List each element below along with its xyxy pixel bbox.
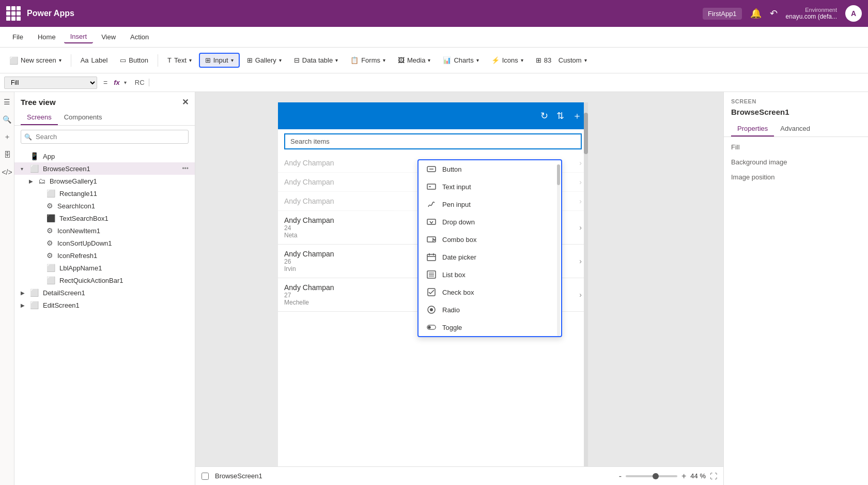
tree-item-detail-screen[interactable]: ▶ ⬜ DetailScreen1 — [14, 286, 195, 299]
input-dropdown-menu: Button Text input Pen input — [417, 159, 562, 337]
datatable-icon: ⊟ — [294, 56, 300, 64]
formula-eq: = — [101, 79, 110, 87]
nav-search-icon[interactable]: 🔍 — [2, 114, 13, 125]
dropdown-item-list-box[interactable]: List box — [419, 266, 561, 283]
dropdown-item-check-box[interactable]: Check box — [419, 283, 561, 301]
dropdown-item-button[interactable]: Button — [419, 160, 561, 178]
canvas-scrollbar-thumb[interactable] — [584, 113, 588, 154]
media-button[interactable]: 🖼 Media ▾ — [393, 54, 436, 67]
tree-item-rect11[interactable]: ⬜ Rectangle11 — [14, 187, 195, 200]
expand-browse-screen[interactable]: ▾ — [21, 166, 28, 172]
zoom-expand-button[interactable]: ⛶ — [710, 472, 717, 480]
browse-screen-dots[interactable]: ••• — [182, 165, 189, 172]
dropdown-item-text-input[interactable]: Text input — [419, 178, 561, 195]
tree-item-iconrefresh1[interactable]: ⚙ IconRefresh1 — [14, 249, 195, 262]
dropdown-scrollbar[interactable] — [557, 162, 560, 334]
input-caret: ▾ — [231, 57, 234, 63]
tree-view-close-button[interactable]: ✕ — [182, 97, 189, 107]
expand-gallery[interactable]: ▶ — [29, 178, 36, 184]
app-grid-icon[interactable] — [6, 6, 21, 21]
toolbar: ⬜ New screen ▾ Aa Label ▭ Button T Text … — [0, 48, 868, 73]
dropdown-item-radio[interactable]: Radio — [419, 301, 561, 319]
menu-home[interactable]: Home — [32, 31, 62, 43]
datatable-button[interactable]: ⊟ Data table ▾ — [289, 54, 343, 67]
zoom-slider-thumb[interactable] — [653, 473, 659, 479]
menu-file[interactable]: File — [6, 31, 29, 43]
dropdown-item-combo-box[interactable]: Combo box — [419, 231, 561, 248]
dropdown-item-date-picker[interactable]: Date picker — [419, 248, 561, 266]
zoom-slider[interactable] — [626, 475, 677, 477]
tree-item-rectquickactionbar1[interactable]: ⬜ RectQuickActionBar1 — [14, 274, 195, 286]
input-button[interactable]: ⊞ Input ▾ — [199, 53, 240, 68]
formula-expand-caret[interactable]: ▾ — [124, 80, 127, 85]
charts-caret: ▾ — [476, 57, 479, 63]
canvas-search-bar[interactable]: Search items — [284, 133, 582, 149]
list-arrow-3: › — [579, 197, 582, 205]
label-button[interactable]: Aa Label — [75, 54, 113, 67]
refresh-icon[interactable]: ↻ — [540, 110, 548, 122]
tree-item-searchicon1[interactable]: ⚙ SearchIcon1 — [14, 200, 195, 212]
add-icon[interactable]: ＋ — [572, 110, 582, 122]
menu-view[interactable]: View — [95, 31, 122, 43]
expand-detail-screen[interactable]: ▶ — [21, 290, 28, 296]
custom-button[interactable]: ⊞ 83 Custom ▾ — [531, 54, 592, 67]
tree-item-edit-screen[interactable]: ▶ ⬜ EditScreen1 — [14, 299, 195, 311]
dropdown-item-pen-input[interactable]: Pen input — [419, 195, 561, 213]
button-button[interactable]: ▭ Button — [115, 54, 153, 67]
menu-bar: File Home Insert View Action — [0, 27, 868, 48]
tab-advanced[interactable]: Advanced — [774, 122, 816, 137]
icons-button[interactable]: ⚡ Icons ▾ — [486, 54, 529, 67]
nav-hamburger-icon[interactable]: ☰ — [2, 96, 13, 108]
formula-input[interactable] — [153, 79, 864, 86]
bottom-right: - + 44 % ⛶ — [619, 472, 717, 481]
tab-components[interactable]: Components — [58, 110, 109, 125]
undo-icon[interactable]: ↶ — [770, 8, 778, 19]
new-screen-button[interactable]: ⬜ New screen ▾ — [4, 54, 67, 67]
dropdown-item-drop-down[interactable]: Drop down — [419, 213, 561, 231]
gallery-caret: ▾ — [279, 57, 282, 63]
left-nav: ☰ 🔍 ＋ 🗄 </> — [0, 92, 14, 485]
browse-screen-checkbox[interactable] — [202, 473, 209, 480]
user-avatar[interactable]: A — [845, 5, 862, 22]
forms-button[interactable]: 📋 Forms ▾ — [345, 54, 391, 67]
canvas-scrollbar[interactable] — [584, 102, 588, 485]
list-box-menu-icon — [427, 270, 436, 279]
toolbar-sep-1 — [71, 54, 71, 67]
tree-tabs: Screens Components — [14, 110, 195, 126]
tree-item-iconsortupdown1[interactable]: ⚙ IconSortUpDown1 — [14, 237, 195, 249]
toolbar-sep-2 — [158, 54, 158, 67]
tree-item-textsearchbox1[interactable]: ⬛ TextSearchBox1 — [14, 212, 195, 224]
forms-icon: 📋 — [350, 56, 359, 64]
tab-screens[interactable]: Screens — [21, 110, 58, 125]
zoom-in-button[interactable]: + — [681, 472, 686, 481]
nav-add-icon[interactable]: ＋ — [2, 131, 13, 143]
list-arrow-4: › — [579, 223, 582, 232]
menu-insert[interactable]: Insert — [64, 31, 94, 43]
right-panel-screen-name: BrowseScreen1 — [724, 107, 868, 122]
charts-button[interactable]: 📊 Charts ▾ — [438, 54, 484, 67]
expand-edit-screen[interactable]: ▶ — [21, 302, 28, 308]
zoom-out-button[interactable]: - — [619, 472, 622, 481]
tree-item-iconnewitem1[interactable]: ⚙ IconNewItem1 — [14, 224, 195, 237]
tree-item-browse-screen[interactable]: ▾ ⬜ BrowseScreen1 ••• — [14, 162, 195, 175]
formula-fill-select[interactable]: Fill — [4, 77, 97, 89]
text-button[interactable]: T Text ▾ — [162, 54, 197, 67]
zoom-percentage: 44 % — [690, 472, 706, 480]
tree-item-app[interactable]: 📱 App — [14, 150, 195, 162]
svg-rect-7 — [427, 254, 436, 261]
tree-item-browse-gallery[interactable]: ▶ 🗂 BrowseGallery1 — [14, 175, 195, 187]
gallery-button[interactable]: ⊞ Gallery ▾ — [242, 54, 287, 67]
svg-point-17 — [430, 308, 433, 311]
tree-item-lblappname1[interactable]: ⬜ LblAppName1 — [14, 262, 195, 274]
tree-search-input[interactable] — [21, 130, 189, 144]
nav-database-icon[interactable]: 🗄 — [2, 149, 13, 160]
tree-search: 🔍 — [14, 126, 195, 148]
dropdown-item-toggle[interactable]: Toggle — [419, 319, 561, 336]
nav-code-icon[interactable]: </> — [2, 166, 13, 178]
prop-fill: Fill — [731, 143, 861, 151]
bottom-screen-name: BrowseScreen1 — [215, 472, 262, 480]
dropdown-scrollbar-thumb[interactable] — [557, 164, 560, 185]
tab-properties[interactable]: Properties — [731, 122, 774, 137]
sort-icon[interactable]: ⇅ — [556, 110, 564, 122]
menu-action[interactable]: Action — [124, 31, 155, 43]
